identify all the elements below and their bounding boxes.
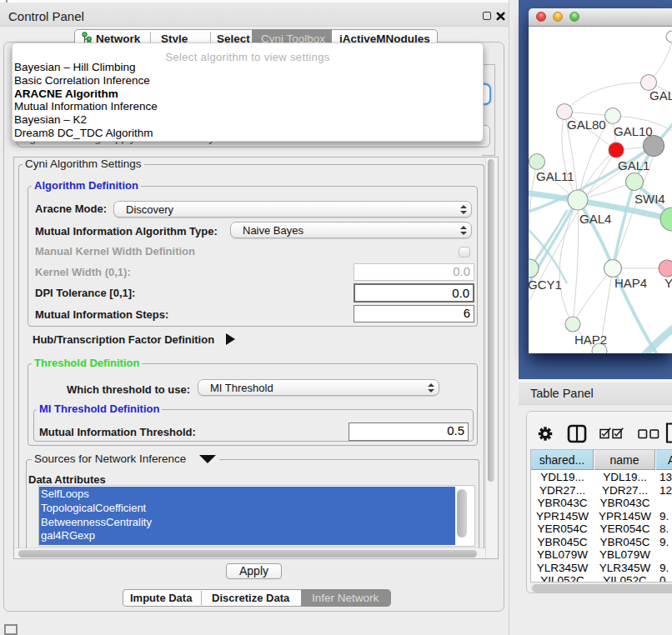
svg-text:GAL80: GAL80	[567, 118, 606, 132]
svg-text:Y: Y	[664, 276, 672, 290]
svg-text:GCY1: GCY1	[529, 278, 562, 292]
svg-text:GAL2: GAL2	[649, 88, 672, 102]
svg-text:HAP4: HAP4	[614, 276, 647, 290]
svg-text:SWI4: SWI4	[634, 192, 665, 206]
svg-text:GAL1: GAL1	[618, 158, 649, 172]
svg-text:GAL10: GAL10	[614, 124, 653, 138]
svg-text:HAP2: HAP2	[574, 332, 607, 347]
svg-text:GAL11: GAL11	[536, 169, 574, 183]
svg-text:GAL4: GAL4	[579, 212, 611, 226]
